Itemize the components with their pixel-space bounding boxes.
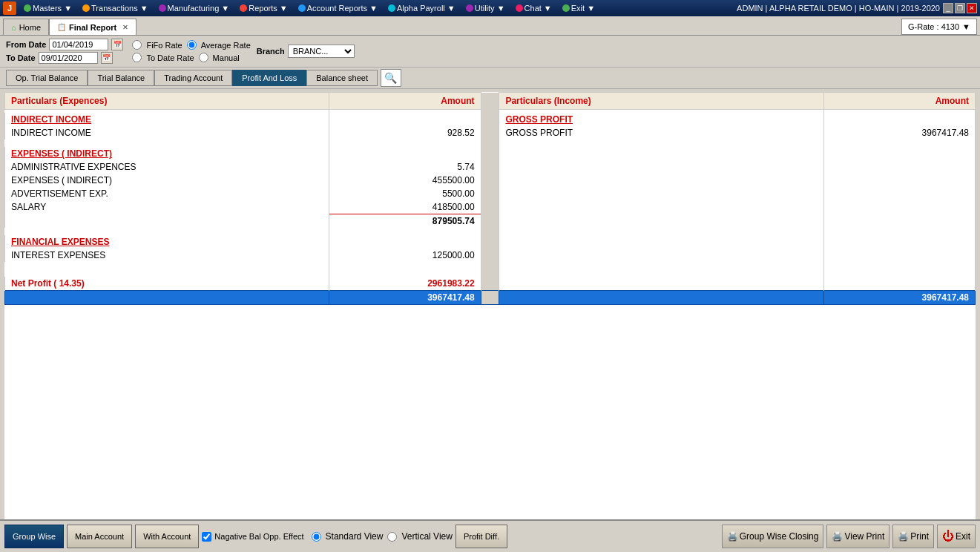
salary-row: SALARY 418500.00 <box>5 200 976 214</box>
vertical-view-radio[interactable] <box>387 532 397 542</box>
fifo-radio[interactable] <box>132 40 142 50</box>
menu-transactions[interactable]: Transactions ▼ <box>78 3 153 13</box>
branch-label: Branch <box>257 47 285 56</box>
view-print-icon: 🖨️ <box>832 531 843 542</box>
total-row: 3967417.48 3967417.48 <box>5 291 976 305</box>
exit-icon: ⏻ <box>942 530 954 543</box>
indirect-income-amount: 928.52 <box>329 126 481 139</box>
spacer-row-2 <box>5 139 976 147</box>
financial-exp-header-row: FINANCIAL EXPENSES <box>5 235 976 249</box>
profit-diff-button[interactable]: Profit Diff. <box>456 525 507 548</box>
adv-exp-label: ADVERTISEMENT EXP. <box>5 187 329 200</box>
window-controls: _ ❐ ✕ <box>943 3 977 13</box>
tab-trading-account[interactable]: Trading Account <box>154 70 232 86</box>
financial-exp-header: FINANCIAL EXPENSES <box>11 237 109 247</box>
report-content: Particulars (Expences) Amount Particular… <box>4 92 976 537</box>
vertical-view-label: Vertical View <box>401 531 452 542</box>
table-header-row: Particulars (Expences) Amount Particular… <box>5 93 976 110</box>
admin-exp-label: ADMINISTRATIVE EXPENCES <box>5 160 329 174</box>
group-wise-button[interactable]: Group Wise <box>4 525 64 548</box>
menu-chat[interactable]: Chat ▼ <box>511 3 556 13</box>
tab-close-icon[interactable]: ✕ <box>122 24 128 31</box>
tab-trial-balance[interactable]: Trial Balance <box>88 70 154 86</box>
fifo-label: FiFo Rate <box>146 41 182 50</box>
salary-label: SALARY <box>5 200 329 214</box>
adv-exp-row: ADVERTISEMENT EXP. 5500.00 <box>5 187 976 200</box>
title-bar-left: J Masters ▼ Transactions ▼ Manufacturing… <box>3 1 599 15</box>
from-date-input[interactable] <box>49 39 108 50</box>
title-bar-right: ADMIN | ALPHA RETAIL DEMO | HO-MAIN | 20… <box>737 3 977 13</box>
expenses-header-row: EXPENSES ( INDIRECT) <box>5 147 976 160</box>
indirect-income-header: INDIRECT INCOME <box>11 114 91 125</box>
menu-reports[interactable]: Reports ▼ <box>235 3 292 13</box>
profit-loss-table: Particulars (Expences) Amount Particular… <box>4 92 976 305</box>
average-radio[interactable] <box>187 40 197 50</box>
tab-bar: ⌂ Home 📋 Final Report ✕ G-Rate : 4130 ▼ <box>0 16 980 36</box>
standard-view-label: Standard View <box>326 531 384 542</box>
section-row-1: INDIRECT INCOME GROSS PROFIT <box>5 113 976 126</box>
print-icon: 🖨️ <box>898 531 909 542</box>
tab-op-trial-balance[interactable]: Op. Trial Balance <box>6 70 88 86</box>
menu-manufacturing[interactable]: Manufacturing ▼ <box>154 3 234 13</box>
todate-radio[interactable] <box>132 53 142 62</box>
exp-indirect-row: EXPENSES ( INDIRECT) 455500.00 <box>5 174 976 187</box>
nagative-bal-checkbox[interactable] <box>202 532 211 542</box>
branch-group: Branch BRANC... <box>257 45 355 58</box>
g-rate-dropdown-icon[interactable]: ▼ <box>962 22 970 31</box>
tab-balance-sheet[interactable]: Balance sheet <box>306 70 378 86</box>
total-right: 3967417.48 <box>823 291 975 305</box>
menu-exit[interactable]: Exit ▼ <box>558 3 599 13</box>
main-content: Particulars (Expences) Amount Particular… <box>4 92 976 537</box>
standard-view-radio[interactable] <box>312 532 321 542</box>
restore-button[interactable]: ❐ <box>955 3 965 13</box>
g-rate-display: G-Rate : 4130 ▼ <box>901 19 977 35</box>
print-button[interactable]: 🖨️ Print <box>892 525 934 548</box>
tab-final-report[interactable]: 📋 Final Report ✕ <box>49 19 137 35</box>
group-wise-closing-button[interactable]: 🖨️ Group Wise Closing <box>722 525 824 548</box>
interest-exp-label: INTEREST EXPENSES <box>5 249 329 262</box>
exp-indirect-amount: 455500.00 <box>329 174 481 187</box>
bottom-bar: Group Wise Main Account With Account Nag… <box>0 519 980 552</box>
app-logo: J <box>3 1 16 15</box>
main-account-button[interactable]: Main Account <box>67 525 132 548</box>
header-right-amount: Amount <box>823 93 975 110</box>
total-left: 3967417.48 <box>329 291 481 305</box>
gross-profit-header: GROSS PROFIT <box>505 114 573 125</box>
exit-button[interactable]: ⏻ Exit <box>937 525 976 548</box>
from-date-picker-button[interactable]: 📅 <box>111 39 123 50</box>
menu-masters[interactable]: Masters ▼ <box>19 3 76 13</box>
close-button[interactable]: ✕ <box>967 3 977 13</box>
expenses-subtotal-row: 879505.74 <box>5 214 976 229</box>
report-tabs: Op. Trial Balance Trial Balance Trading … <box>0 68 980 89</box>
title-bar: J Masters ▼ Transactions ▼ Manufacturing… <box>0 0 980 16</box>
net-profit-row: Net Profit ( 14.35) 2961983.22 <box>5 277 976 291</box>
net-profit-amount: 2961983.22 <box>329 277 481 291</box>
view-print-button[interactable]: 🖨️ View Print <box>826 525 889 548</box>
expenses-indirect-header: EXPENSES ( INDIRECT) <box>11 148 112 159</box>
admin-exp-row: ADMINISTRATIVE EXPENCES 5.74 <box>5 160 976 174</box>
with-account-button[interactable]: With Account <box>135 525 199 548</box>
tab-home[interactable]: ⌂ Home <box>3 19 49 35</box>
branch-select[interactable]: BRANC... <box>288 45 355 58</box>
manual-radio[interactable] <box>199 53 208 62</box>
gross-profit-amount: 3967417.48 <box>823 126 975 139</box>
to-date-label: To Date <box>6 53 36 62</box>
todate-label: To Date Rate <box>146 53 194 62</box>
admin-exp-amount: 5.74 <box>329 160 481 174</box>
search-button[interactable]: 🔍 <box>381 69 401 87</box>
menu-account-reports[interactable]: Account Reports ▼ <box>294 3 382 13</box>
gross-profit-item: GROSS PROFIT <box>499 126 823 139</box>
from-date-label: From Date <box>6 40 46 49</box>
menu-utility[interactable]: Utility ▼ <box>461 3 510 13</box>
tab-profit-and-loss[interactable]: Profit And Loss <box>232 70 306 86</box>
average-label: Average Rate <box>201 41 251 50</box>
admin-info: ADMIN | ALPHA RETAIL DEMO | HO-MAIN | 20… <box>737 4 940 13</box>
spacer-row-4 <box>5 262 976 277</box>
expenses-subtotal: 879505.74 <box>329 214 481 229</box>
minimize-button[interactable]: _ <box>943 3 953 13</box>
menu-alpha-payroll[interactable]: Alpha Payroll ▼ <box>384 3 460 13</box>
net-profit-label: Net Profit ( 14.35) <box>11 278 85 289</box>
to-date-picker-button[interactable]: 📅 <box>101 52 113 64</box>
header-left-particulars: Particulars (Expences) <box>5 93 329 110</box>
to-date-input[interactable] <box>39 52 98 64</box>
